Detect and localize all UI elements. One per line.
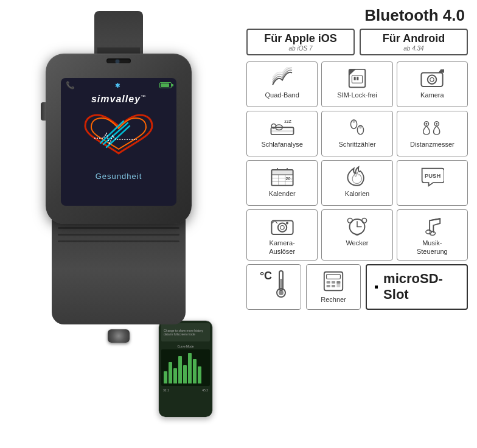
thermometer-icon bbox=[274, 270, 288, 300]
call-icon: 📞 bbox=[66, 81, 75, 89]
watch-body: 📞 ✱ simvalley™ bbox=[46, 54, 192, 224]
phone-info-row: 32.1 45.2 bbox=[161, 388, 210, 392]
svg-point-18 bbox=[359, 125, 361, 129]
push-icon: PUSH bbox=[420, 166, 444, 187]
svg-point-22 bbox=[436, 123, 438, 125]
watch-screen: 📞 ✱ simvalley™ bbox=[61, 78, 176, 206]
svg-text:zzZ: zzZ bbox=[284, 119, 291, 124]
watch-section: 📞 ✱ simvalley™ bbox=[0, 0, 237, 448]
platform-row: Für Apple iOS ab iOS 7 Für Android ab 4.… bbox=[246, 29, 468, 55]
svg-point-20 bbox=[426, 123, 428, 125]
chart-bars bbox=[161, 349, 210, 386]
svg-rect-53 bbox=[332, 281, 335, 284]
distanzmesser-icon bbox=[420, 116, 444, 138]
schlafanalyse-icon: zzZ bbox=[270, 116, 294, 138]
schrittzaehler-icon bbox=[345, 116, 369, 138]
distanzmesser-label: Distanzmesser bbox=[410, 140, 454, 149]
battery-indicator bbox=[159, 82, 172, 88]
heart-display bbox=[61, 108, 176, 169]
svg-point-16 bbox=[352, 119, 355, 123]
ios-box: Für Apple iOS ab iOS 7 bbox=[246, 29, 355, 55]
bluetooth-title: Bluetooth 4.0 bbox=[364, 6, 465, 24]
bluetooth-header: Bluetooth 4.0 bbox=[246, 6, 468, 25]
svg-rect-52 bbox=[327, 281, 330, 284]
trademark: ™ bbox=[141, 94, 146, 100]
screen-mode-label: Curve Mode bbox=[161, 343, 210, 349]
schlafanalyse-label: Schlafanalyse bbox=[261, 140, 303, 149]
svg-rect-55 bbox=[327, 285, 330, 287]
svg-point-37 bbox=[286, 222, 288, 225]
sim-lock-icon bbox=[345, 67, 369, 88]
feature-kalorien: Kalorien bbox=[321, 160, 392, 206]
feature-schrittzaehler: Schrittzähler bbox=[321, 111, 392, 156]
feature-wecker: Wecker bbox=[321, 209, 392, 261]
sim-lock-label: SIM-Lock-frei bbox=[337, 91, 377, 99]
svg-rect-11 bbox=[271, 130, 293, 133]
brand-name: simvalley™ bbox=[61, 94, 176, 105]
features-section: Bluetooth 4.0 Für Apple iOS ab iOS 7 Für… bbox=[237, 0, 477, 448]
android-box: Für Android ab 4.34 bbox=[360, 29, 468, 55]
svg-marker-7 bbox=[439, 69, 445, 73]
svg-point-9 bbox=[430, 78, 434, 82]
svg-marker-1 bbox=[349, 69, 356, 75]
ios-title: Für Apple iOS bbox=[252, 32, 349, 45]
ios-subtitle: ab iOS 7 bbox=[252, 45, 349, 52]
feature-grid-row3: 20. Kalender Kalorien PUSH bbox=[246, 160, 468, 206]
svg-point-39 bbox=[347, 218, 352, 223]
phone-chart-area bbox=[161, 349, 210, 386]
microsd-banner: ▪ microSD-Slot bbox=[366, 264, 468, 310]
svg-rect-4 bbox=[357, 77, 358, 80]
kalender-label: Kalender bbox=[269, 189, 296, 198]
feature-camera: Kamera bbox=[397, 61, 468, 107]
brand-text: simvalley bbox=[91, 94, 141, 104]
rechner-icon bbox=[322, 270, 345, 293]
rechner-label: Rechner bbox=[321, 295, 346, 304]
svg-point-49 bbox=[279, 290, 284, 295]
bottom-row: °C Rechner bbox=[246, 264, 468, 310]
android-subtitle: ab 4.34 bbox=[366, 45, 462, 52]
strap-top bbox=[94, 11, 143, 60]
svg-rect-3 bbox=[354, 77, 356, 80]
svg-point-40 bbox=[362, 218, 367, 223]
svg-rect-57 bbox=[336, 281, 340, 287]
feature-grid-row1: Quad-Band SIM-Lock-frei Kamera bbox=[246, 61, 468, 107]
wecker-label: Wecker bbox=[346, 239, 368, 247]
kamera-ausloser-icon bbox=[270, 215, 294, 236]
svg-point-8 bbox=[428, 75, 436, 84]
watch-side-button bbox=[41, 102, 46, 121]
musik-icon bbox=[420, 215, 444, 236]
bluetooth-icon: ✱ bbox=[115, 82, 120, 89]
svg-rect-51 bbox=[327, 274, 341, 279]
svg-point-35 bbox=[277, 223, 286, 232]
svg-text:PUSH: PUSH bbox=[425, 172, 440, 179]
feature-grid-row2: zzZ Schlafanalyse Schrittzähler bbox=[246, 111, 468, 156]
quad-band-icon bbox=[270, 67, 294, 88]
svg-rect-56 bbox=[332, 285, 335, 287]
feature-distanzmesser: Distanzmesser bbox=[397, 111, 468, 156]
svg-text:20.: 20. bbox=[285, 176, 291, 181]
feature-sim-lock: SIM-Lock-frei bbox=[321, 61, 392, 107]
schrittzaehler-label: Schrittzähler bbox=[338, 140, 375, 149]
strap-bottom bbox=[52, 215, 186, 324]
musik-label: Musik-Steuerung bbox=[417, 239, 448, 256]
feature-quad-band: Quad-Band bbox=[246, 61, 318, 107]
sd-icon: ▪ bbox=[374, 280, 378, 294]
phone-container: Change to show more history data in full… bbox=[146, 314, 225, 436]
camera-icon bbox=[420, 67, 444, 88]
wecker-icon bbox=[345, 215, 369, 236]
kamera-ausloser-label: Kamera-Auslöser bbox=[269, 239, 295, 256]
screen-header: 📞 ✱ bbox=[61, 78, 176, 93]
camera-label: Kamera bbox=[420, 91, 444, 99]
phone-screen: Change to show more history data in full… bbox=[159, 321, 212, 417]
quad-band-label: Quad-Band bbox=[265, 91, 299, 99]
phone-screen-bar: Change to show more history data in full… bbox=[161, 323, 210, 341]
svg-rect-24 bbox=[271, 170, 293, 175]
feature-kalender: 20. Kalender bbox=[246, 160, 318, 206]
feature-musik: Musik-Steuerung bbox=[397, 209, 468, 261]
watch-crown bbox=[108, 329, 130, 343]
feature-push: PUSH bbox=[397, 160, 468, 206]
kalorien-icon bbox=[345, 166, 369, 187]
feature-schlafanalyse: zzZ Schlafanalyse bbox=[246, 111, 318, 156]
microsd-label: microSD-Slot bbox=[383, 271, 459, 303]
svg-line-43 bbox=[430, 219, 440, 220]
